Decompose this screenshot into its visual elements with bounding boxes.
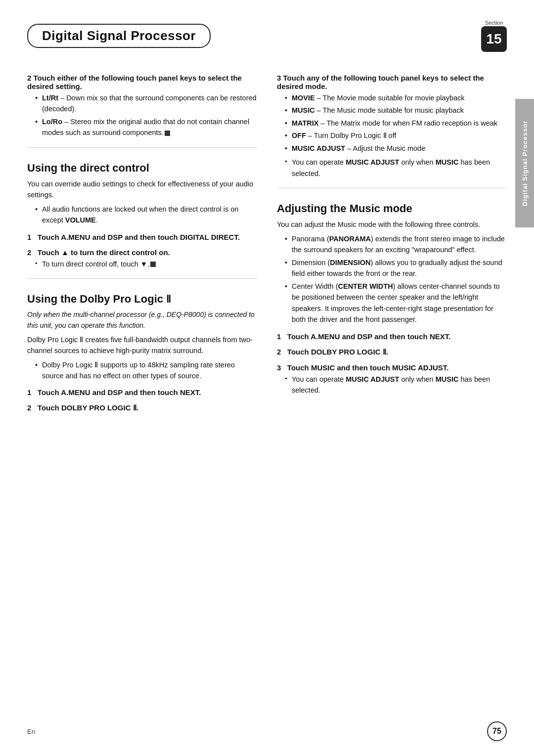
step3-note-list: You can operate MUSIC ADJUST only when M… [277,157,507,179]
divider [27,147,257,148]
dolby-symbol: Ⅱ [166,294,171,305]
section1-bullet-list: All audio functions are locked out when … [27,204,257,226]
stop-symbol [150,262,156,267]
list-item: To turn direct control off, touch ▼. [35,259,257,269]
step2-bullet-list: Lt/Rt – Down mix so that the surround co… [27,92,257,138]
title-box: Digital Signal Processor [27,24,211,48]
footer: En 75 [0,721,534,741]
list-item: Dimension (DIMENSION) allows you to grad… [285,257,507,279]
section-box: Section 15 [481,20,507,52]
footer-lang: En [27,728,35,735]
section2-step1: 1 Touch A.MENU and DSP and then touch NE… [27,388,257,397]
section-label: Section [485,20,503,26]
list-item: All audio functions are locked out when … [35,204,257,226]
list-item: MUSIC ADJUST – Adjust the Music mode [285,143,507,154]
section1-title: Using the direct control [27,162,257,175]
stop-symbol [165,131,170,136]
section3-bullet-list: Panorama (PANORAMA) extends the front st… [277,233,507,325]
list-item: Dolby Pro Logic Ⅱ supports up to 48kHz s… [35,359,257,382]
page: Digital Signal Processor Section 15 Digi… [0,0,534,756]
header: Digital Signal Processor Section 15 [0,20,534,52]
list-item: OFF – Turn Dolby Pro Logic Ⅱ off [285,130,507,141]
list-item: MATRIX – The Matrix mode for when FM rad… [285,118,507,129]
list-item: You can operate MUSIC ADJUST only when M… [285,157,507,179]
section1-step2: 2 Touch ▲ to turn the direct control on. [27,248,257,257]
list-item: Center Width (CENTER WIDTH) allows cente… [285,281,507,325]
section1-body: You can override audio settings to check… [27,178,257,201]
page-title: Digital Signal Processor [42,28,196,43]
right-column: 3 Touch any of the following touch panel… [277,67,507,414]
step2-heading: 2 Touch either of the following touch pa… [27,74,257,90]
list-item: You can operate MUSIC ADJUST only when M… [285,374,507,396]
list-item: MUSIC – The Music mode suitable for musi… [285,105,507,116]
list-item: Lt/Rt – Down mix so that the surround co… [35,92,257,115]
left-column: 2 Touch either of the following touch pa… [27,67,257,414]
divider3 [277,188,507,188]
footer-page: 75 [487,721,507,741]
list-item: MOVIE – The Movie mode suitable for movi… [285,92,507,103]
sidebar-label: Digital Signal Processor [515,99,534,227]
list-item: Lo/Ro – Stereo mix the original audio th… [35,116,257,138]
section3-note-list: You can operate MUSIC ADJUST only when M… [277,374,507,396]
list-item: Panorama (PANORAMA) extends the front st… [285,233,507,256]
section3-step2: 2 Touch DOLBY PRO LOGIC Ⅱ. [277,348,507,356]
section2-title: Using the Dolby Pro Logic Ⅱ [27,293,257,306]
section3-step3: 3 Touch MUSIC and then touch MUSIC ADJUS… [277,363,507,372]
section2-body1: Dolby Pro Logic Ⅱ creates five full-band… [27,334,257,356]
divider2 [27,278,257,279]
section3-step1: 1 Touch A.MENU and DSP and then touch NE… [277,332,507,341]
section2-italic: Only when the multi-channel processor (e… [27,310,257,331]
section1-step2-notes: To turn direct control off, touch ▼. [27,259,257,269]
section3-title: Adjusting the Music mode [277,202,507,215]
step3-heading: 3 Touch any of the following touch panel… [277,74,507,90]
main-content: 2 Touch either of the following touch pa… [0,67,534,414]
step3-bullet-list: MOVIE – The Movie mode suitable for movi… [277,92,507,154]
section2-step2: 2 Touch DOLBY PRO LOGIC Ⅱ. [27,403,257,412]
section3-body: You can adjust the Music mode with the f… [277,219,507,230]
section2-bullet-list: Dolby Pro Logic Ⅱ supports up to 48kHz s… [27,359,257,382]
section-number: 15 [481,26,507,52]
section1-step1: 1 Touch A.MENU and DSP and then touch DI… [27,233,257,241]
